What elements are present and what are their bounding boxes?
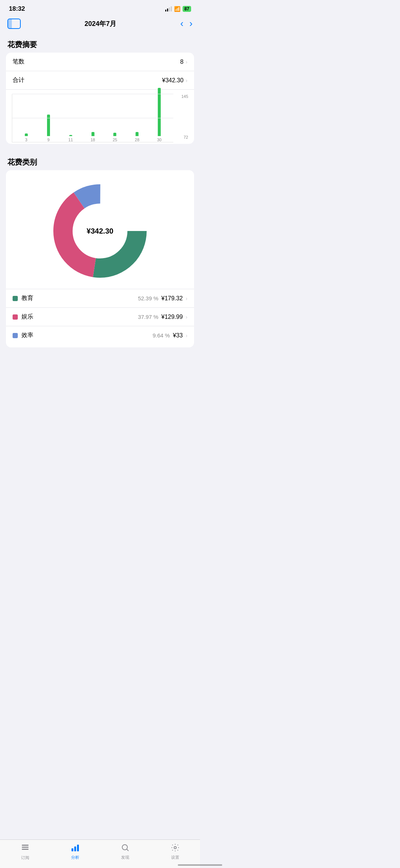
wifi-icon: 📶 [174, 6, 180, 12]
total-label: 合计 [13, 76, 24, 84]
bars-area: 391118252830 [12, 94, 173, 142]
bar-group: 28 [126, 132, 148, 142]
bar-group: 18 [82, 132, 104, 142]
category-name: 教育 [21, 294, 33, 302]
bar [91, 132, 94, 136]
summary-card: 笔数 8 › 合计 ¥342.30 › 391118252830 145 7 [6, 53, 194, 144]
bar [158, 88, 161, 136]
bar-group: 25 [104, 133, 126, 142]
total-value-group: ¥342.30 › [162, 77, 187, 84]
category-card: ¥342.30 教育 52.39 % ¥179.32 › 娱乐 37.97 % … [6, 170, 194, 347]
category-right: 9.64 % ¥33 › [153, 332, 187, 339]
bar-label: 28 [135, 138, 139, 142]
chart-gridline-top [12, 94, 173, 94]
next-month-button[interactable]: › [189, 18, 193, 29]
status-bar: 18:32 📶 87 [0, 0, 200, 15]
category-chevron: › [186, 333, 187, 339]
category-amount: ¥129.99 [161, 314, 183, 320]
category-dot [13, 333, 18, 338]
bar [136, 132, 139, 136]
count-label: 笔数 [13, 58, 24, 66]
battery-icon: 87 [183, 6, 191, 12]
y-label-max: 145 [181, 94, 188, 99]
category-percent: 9.64 % [153, 332, 170, 339]
bar [69, 135, 72, 136]
category-name: 效率 [21, 331, 33, 339]
category-left: 效率 [13, 331, 33, 339]
total-row[interactable]: 合计 ¥342.30 › [6, 71, 194, 90]
nav-arrows: ‹ › [180, 18, 193, 29]
category-rows: 教育 52.39 % ¥179.32 › 娱乐 37.97 % ¥129.99 … [6, 289, 194, 344]
category-left: 娱乐 [13, 313, 33, 321]
status-icons: 📶 87 [165, 6, 191, 12]
chart-gridline-mid [12, 118, 173, 118]
bar-label: 3 [25, 138, 27, 142]
category-right: 37.97 % ¥129.99 › [138, 314, 187, 320]
category-name: 娱乐 [21, 313, 33, 321]
count-row[interactable]: 笔数 8 › [6, 53, 194, 71]
summary-section-header: 花费摘要 [0, 34, 200, 53]
signal-icon [165, 6, 172, 11]
bar-chart-container: 391118252830 145 72 [6, 90, 194, 144]
category-row[interactable]: 教育 52.39 % ¥179.32 › [6, 289, 194, 307]
sidebar-toggle-button[interactable] [7, 19, 21, 29]
bar-label: 30 [157, 138, 161, 142]
nav-title: 2024年7月 [84, 19, 116, 28]
bar-group: 9 [37, 115, 60, 142]
donut-chart-container: ¥342.30 [6, 170, 194, 289]
total-chevron: › [186, 77, 187, 83]
prev-month-button[interactable]: ‹ [180, 18, 184, 29]
bar-label: 11 [69, 138, 73, 142]
bar-label: 9 [47, 138, 50, 142]
nav-bar: 2024年7月 ‹ › [0, 15, 200, 34]
bar-chart: 391118252830 [12, 94, 173, 142]
donut-center-amount: ¥342.30 [87, 227, 113, 235]
bar-group: 11 [60, 135, 82, 142]
category-right: 52.39 % ¥179.32 › [138, 295, 187, 302]
count-value-group: 8 › [180, 59, 187, 65]
category-percent: 52.39 % [138, 295, 158, 301]
category-chevron: › [186, 296, 187, 301]
bar [113, 133, 116, 136]
bar-label: 25 [113, 138, 117, 142]
category-row[interactable]: 娱乐 37.97 % ¥129.99 › [6, 307, 194, 326]
bar-label: 18 [90, 138, 95, 142]
bar [25, 133, 28, 136]
bar-group: 30 [148, 88, 170, 142]
category-amount: ¥179.32 [161, 295, 183, 302]
status-time: 18:32 [9, 5, 25, 13]
category-section-header: 花费类别 [0, 151, 200, 170]
count-value: 8 [180, 59, 183, 65]
bar-group: 3 [15, 133, 37, 142]
category-chevron: › [186, 314, 187, 320]
category-dot [13, 296, 18, 301]
total-value: ¥342.30 [162, 77, 183, 84]
y-label-mid: 72 [184, 135, 188, 139]
category-amount: ¥33 [173, 332, 183, 339]
category-left: 教育 [13, 294, 33, 302]
count-chevron: › [186, 59, 187, 65]
category-row[interactable]: 效率 9.64 % ¥33 › [6, 326, 194, 344]
category-percent: 37.97 % [138, 314, 158, 320]
category-dot [13, 314, 18, 320]
